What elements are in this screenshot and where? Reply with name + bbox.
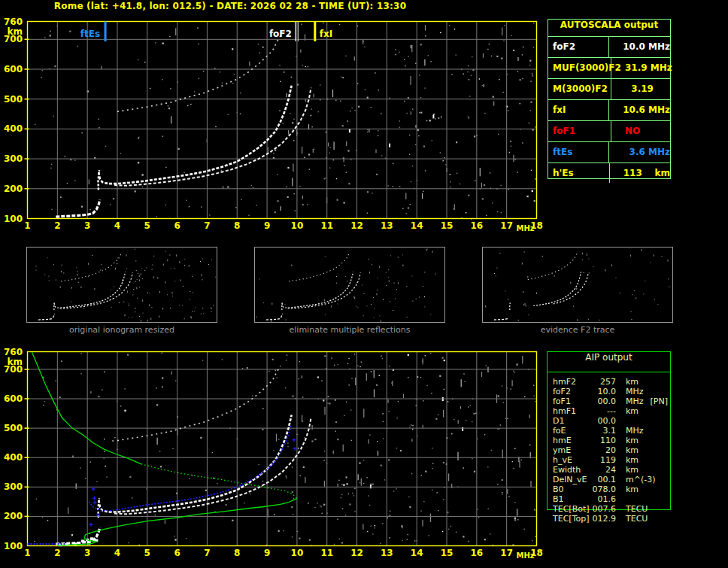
x-tick-label: 7 [204,220,210,231]
aip-row-hmE: hmE110km [548,436,670,445]
aip-value: 3.1 [592,426,616,436]
aip-value: 110 [592,436,616,445]
panel-border [483,248,673,323]
x-tick-label: 9 [264,548,270,558]
x-tick-label: 11 [320,220,333,231]
aip-unit: km [616,445,639,455]
panel-border [27,248,217,323]
autoscala-app-window: Rome (lat: +41.8, lon: 012.5) - DATE: 20… [0,0,728,568]
x-tick-label: 7 [204,548,210,558]
aip-label: TEC[Bot] [553,504,592,514]
x-tick-label: 16 [471,220,484,231]
autoscala-row-h-Es: h'Es113 km [548,163,670,183]
x-tick-label: 15 [441,548,453,558]
aip-unit: km [616,484,639,494]
autoscala-value: 113 km [610,163,670,183]
x-tick-label: 17 [500,548,513,558]
x-tick-label: 9 [264,220,270,231]
y-tick-label: 400 [4,123,23,134]
series-f2-cusp-vertical-spread [99,170,100,190]
autoscala-row-M-3000-F2: M(3000)F2 3.19 [548,79,670,100]
aip-unit: TECU [616,504,648,514]
aip-row-TEC-Bot-: TEC[Bot]007.6TECU [548,504,670,514]
aip-value: 00.1 [592,475,616,484]
aip-unit: km [616,465,639,475]
autoscala-table-title: AUTOSCALA output [548,20,670,37]
x-tick-label: 6 [174,220,180,231]
aip-row-DelN-vE: DelN_vE00.1m^(-3) [548,475,670,484]
panel-original-ionogram [26,247,217,323]
marker-fxI: fxI [315,22,332,42]
x-tick-label: 2 [54,548,60,558]
x-tick-label: 1 [24,548,30,558]
aip-unit: MHz [616,426,644,436]
aip-label: B0 [553,484,592,494]
autoscala-row-fxI: fxI10.6 MHz [548,100,670,121]
x-tick-label: 13 [381,220,393,231]
aip-row-foF1: foF100.0MHz[PN] [548,396,670,406]
aip-extra: [PN] [644,396,668,406]
y-tick-label: 300 [4,481,23,492]
aip-label: hmE [553,436,592,445]
x-tick-label: 5 [144,548,150,558]
x-tick-label: 17 [500,220,513,231]
autoscala-label: ftEs [548,142,609,163]
aip-row-TEC-Top-: TEC[Top]012.9TECU [548,514,670,524]
aip-label: Ewidth [553,465,592,475]
aip-row-B0: B0078.0km [548,484,670,494]
aip-label: DelN_vE [553,475,592,484]
x-tick-label: 14 [411,220,423,231]
y-tick-label: 760 [4,17,23,27]
series-restored-trace-adaptive-model- [89,424,291,510]
x-tick-label: 10 [291,220,304,231]
y-tick-label: 200 [4,511,23,521]
aip-value: 01.6 [592,494,616,504]
aip-output-table: AIP output hmF2257kmfoF210.0MHzfoF100.0M… [547,351,671,510]
aip-unit: m^(-3) [616,475,655,484]
series-f2-trace-x-mode [114,418,311,514]
series-second-hop-f2-trace [117,366,281,440]
aip-unit: TECU [616,514,648,524]
page-title: Rome (lat: +41.8, lon: 012.5) - DATE: 20… [0,1,460,11]
aip-label: foF2 [553,387,592,396]
aip-row-B1: B101.6 [548,494,670,504]
autoscala-value: 10.0 MHz [609,37,670,57]
aip-label: ymE [553,445,592,455]
aip-unit: km [616,406,639,416]
y-axis-unit: km [8,26,23,37]
x-tick-label: 4 [114,220,120,231]
aip-label: hmF1 [553,406,592,416]
autoscala-row-foF1: foF1NO [548,121,670,142]
aip-row-D1: D100.0 [548,416,670,426]
aip-unit: MHz [616,396,644,406]
x-tick-label: 10 [291,548,304,558]
aip-label: foE [553,426,592,436]
y-tick-label: 100 [4,214,23,224]
bottom-ionogram-plot: 760700600500400300200100km12345678910111… [0,342,548,568]
aip-value: 10.0 [592,387,616,396]
noise-dots [34,353,536,546]
autoscala-table-rows: foF210.0 MHzMUF(3000)F231.9 MHzM(3000)F2… [548,37,670,183]
x-tick-label: 5 [144,220,150,231]
x-tick-label: 16 [471,548,484,558]
x-tick-label: 8 [234,548,240,558]
aip-unit: km [616,377,639,387]
aip-row-ymE: ymE20km [548,445,670,455]
autoscala-row-MUF-3000-F2: MUF(3000)F231.9 MHz [548,58,670,79]
panel-evidence-f2-trace [482,247,673,323]
x-tick-label: 11 [320,548,333,558]
aip-row-hmF1: hmF1---km [548,406,670,416]
x-tick-label: 3 [84,548,90,558]
aip-value: 012.9 [592,514,616,524]
x-tick-label: 12 [350,220,363,231]
panel-caption-evidence: evidence F2 trace [482,325,673,335]
aip-value: 119 [592,455,616,465]
autoscala-label: M(3000)F2 [548,79,611,99]
autoscala-label: MUF(3000)F2 [548,58,611,78]
series-f2-trace-x-mode [114,88,311,186]
series-es-trace [56,200,100,217]
y-tick-label: 300 [4,153,23,164]
autoscala-output-table: AUTOSCALA output foF210.0 MHzMUF(3000)F2… [548,19,671,179]
aip-row-foF2: foF210.0MHz [548,387,670,396]
noise-dots [35,23,536,220]
